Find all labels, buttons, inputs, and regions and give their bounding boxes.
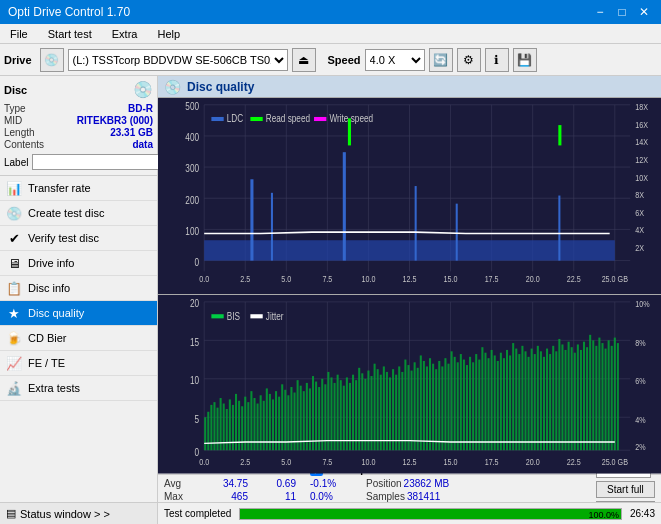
elapsed-time: 26:43 (630, 508, 655, 519)
svg-text:2.5: 2.5 (240, 273, 250, 284)
sidebar-item-verify-test-disc[interactable]: ✔ Verify test disc (0, 226, 157, 251)
progress-bar-fill (240, 509, 621, 519)
svg-text:LDC: LDC (227, 112, 243, 124)
disc-panel-title: Disc (4, 84, 27, 96)
drive-icon-btn[interactable]: 💿 (40, 48, 64, 72)
menu-extra[interactable]: Extra (106, 27, 144, 41)
disc-type-label: Type (4, 103, 26, 114)
position-value: 23862 MB (404, 478, 450, 489)
refresh-button[interactable]: 🔄 (429, 48, 453, 72)
max-jitter: 0.0% (310, 491, 360, 502)
svg-rect-109 (241, 407, 243, 451)
sidebar-item-label-verify-test-disc: Verify test disc (28, 232, 99, 244)
sidebar-item-disc-info[interactable]: 📋 Disc info (0, 276, 157, 301)
svg-rect-218 (577, 345, 579, 451)
svg-rect-223 (592, 341, 594, 451)
svg-rect-155 (383, 367, 385, 451)
sidebar-item-drive-info[interactable]: 🖥 Drive info (0, 251, 157, 276)
svg-rect-205 (537, 346, 539, 450)
svg-rect-214 (565, 350, 567, 450)
save-button[interactable]: 💾 (513, 48, 537, 72)
svg-rect-229 (611, 346, 613, 450)
svg-rect-114 (257, 404, 259, 451)
status-window-button[interactable]: ▤ Status window > > (0, 502, 157, 524)
svg-rect-101 (217, 408, 219, 451)
svg-text:14X: 14X (635, 136, 648, 147)
svg-rect-183 (469, 357, 471, 450)
svg-text:500: 500 (185, 100, 199, 112)
svg-rect-49 (456, 204, 458, 261)
max-bis: 11 (250, 491, 296, 502)
svg-rect-230 (614, 338, 616, 451)
status-text: Test completed (164, 508, 231, 519)
menu-help[interactable]: Help (151, 27, 186, 41)
maximize-button[interactable]: □ (613, 3, 631, 21)
nav-items: 📊 Transfer rate 💿 Create test disc ✔ Ver… (0, 176, 157, 502)
svg-rect-186 (478, 360, 480, 451)
toolbar: Drive 💿 (L:) TSSTcorp BDDVDW SE-506CB TS… (0, 44, 661, 76)
svg-text:10X: 10X (635, 172, 648, 183)
samples-label: Samples (366, 491, 405, 502)
sidebar-item-create-test-disc[interactable]: 💿 Create test disc (0, 201, 157, 226)
svg-rect-219 (580, 350, 582, 450)
svg-text:10%: 10% (635, 299, 650, 310)
svg-rect-182 (466, 365, 468, 450)
sidebar-item-disc-quality[interactable]: ★ Disc quality (0, 301, 157, 326)
max-ldc: 465 (196, 491, 248, 502)
svg-rect-147 (358, 368, 360, 450)
svg-rect-171 (432, 364, 434, 451)
svg-rect-168 (423, 361, 425, 450)
content-area: 💿 Disc quality (158, 76, 661, 524)
svg-rect-188 (484, 353, 486, 451)
sidebar-item-extra-tests[interactable]: 🔬 Extra tests (0, 376, 157, 401)
drive-select[interactable]: (L:) TSSTcorp BDDVDW SE-506CB TS02 (68, 49, 288, 71)
svg-text:0.0: 0.0 (199, 457, 209, 468)
svg-rect-162 (404, 360, 406, 451)
sidebar-item-cd-bier[interactable]: 🍺 CD Bier (0, 326, 157, 351)
disc-contents-row: Contents data (4, 139, 153, 150)
avg-label: Avg (164, 478, 194, 489)
svg-text:4X: 4X (635, 224, 644, 235)
svg-rect-52 (558, 125, 561, 145)
svg-text:0: 0 (194, 256, 199, 268)
speed-select-toolbar[interactable]: 4.0 X 2.0 X 8.0 X (365, 49, 425, 71)
sidebar-item-fe-te[interactable]: 📈 FE / TE (0, 351, 157, 376)
sidebar-item-label-cd-bier: CD Bier (28, 332, 67, 344)
avg-jitter: -0.1% (310, 478, 360, 489)
sidebar-item-transfer-rate[interactable]: 📊 Transfer rate (0, 176, 157, 201)
svg-rect-193 (500, 353, 502, 451)
menu-file[interactable]: File (4, 27, 34, 41)
start-full-button[interactable]: Start full (596, 481, 655, 498)
svg-rect-161 (401, 372, 403, 450)
disc-label-input[interactable] (32, 154, 161, 170)
svg-rect-98 (207, 412, 209, 450)
drive-info-icon: 🖥 (6, 255, 22, 271)
svg-text:8%: 8% (635, 337, 646, 348)
svg-rect-197 (512, 344, 514, 451)
svg-rect-220 (583, 342, 585, 451)
svg-rect-141 (340, 381, 342, 451)
disc-info-icon: 📋 (6, 280, 22, 296)
minimize-button[interactable]: − (591, 3, 609, 21)
svg-rect-55 (250, 117, 262, 121)
svg-text:25.0 GB: 25.0 GB (602, 273, 629, 284)
eject-button[interactable]: ⏏ (292, 48, 316, 72)
svg-rect-181 (463, 360, 465, 451)
settings-button[interactable]: ⚙ (457, 48, 481, 72)
info-button[interactable]: ℹ (485, 48, 509, 72)
svg-rect-176 (447, 364, 449, 451)
close-button[interactable]: ✕ (635, 3, 653, 21)
svg-rect-208 (546, 349, 548, 451)
svg-rect-232 (211, 315, 223, 319)
svg-rect-169 (426, 367, 428, 451)
svg-rect-127 (297, 381, 299, 451)
svg-rect-194 (503, 359, 505, 451)
menu-start-test[interactable]: Start test (42, 27, 98, 41)
svg-rect-209 (549, 354, 551, 450)
svg-rect-53 (211, 117, 223, 121)
svg-text:5.0: 5.0 (281, 457, 291, 468)
svg-text:6X: 6X (635, 207, 644, 218)
svg-rect-150 (367, 371, 369, 451)
svg-text:Read speed: Read speed (266, 112, 310, 124)
svg-rect-48 (415, 186, 417, 261)
